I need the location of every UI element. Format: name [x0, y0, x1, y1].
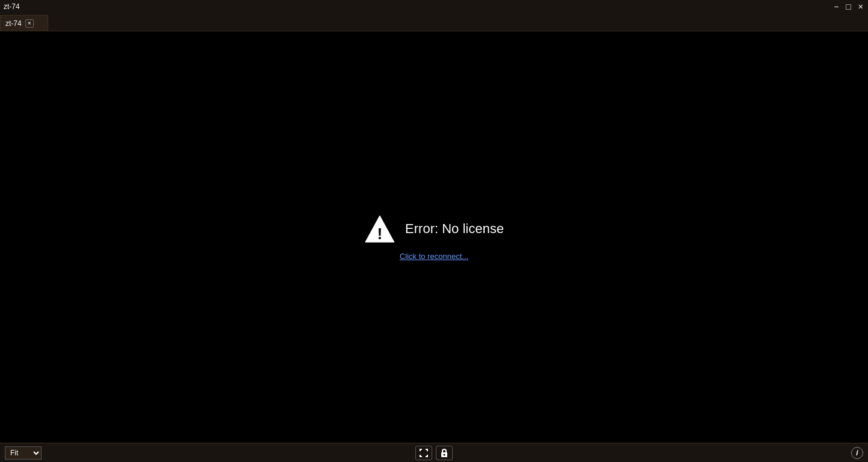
- fullscreen-button[interactable]: [415, 446, 432, 460]
- warning-icon: !: [364, 213, 395, 245]
- tab-zt74[interactable]: zt-74 ×: [0, 15, 48, 31]
- bottom-center: [415, 446, 453, 460]
- reconnect-link[interactable]: Click to reconnect...: [400, 252, 468, 261]
- lock-icon: [440, 448, 448, 458]
- svg-point-3: [444, 454, 445, 455]
- fullscreen-icon: [419, 448, 429, 458]
- tab-bar: zt-74 ×: [0, 13, 868, 31]
- close-button[interactable]: ×: [857, 2, 864, 11]
- bottom-left: Fit 100% 75% 50%: [5, 446, 42, 460]
- error-message: Error: No license: [405, 221, 504, 237]
- title-bar-title: zt-74: [4, 2, 20, 11]
- tab-close-button[interactable]: ×: [25, 19, 34, 28]
- tab-label: zt-74: [5, 19, 22, 28]
- svg-text:!: !: [377, 225, 383, 243]
- error-container: ! Error: No license Click to reconnect..…: [364, 213, 504, 261]
- main-content: ! Error: No license Click to reconnect..…: [0, 31, 868, 443]
- title-bar-controls: − □ ×: [832, 2, 864, 11]
- info-button[interactable]: i: [851, 447, 863, 459]
- bottom-bar: Fit 100% 75% 50% i: [0, 443, 868, 462]
- title-bar: zt-74 − □ ×: [0, 0, 868, 13]
- bottom-right: i: [851, 447, 863, 459]
- maximize-button[interactable]: □: [844, 2, 852, 11]
- fit-select[interactable]: Fit 100% 75% 50%: [5, 446, 42, 460]
- error-top: ! Error: No license: [364, 213, 504, 245]
- lock-button[interactable]: [436, 446, 453, 460]
- minimize-button[interactable]: −: [832, 2, 840, 11]
